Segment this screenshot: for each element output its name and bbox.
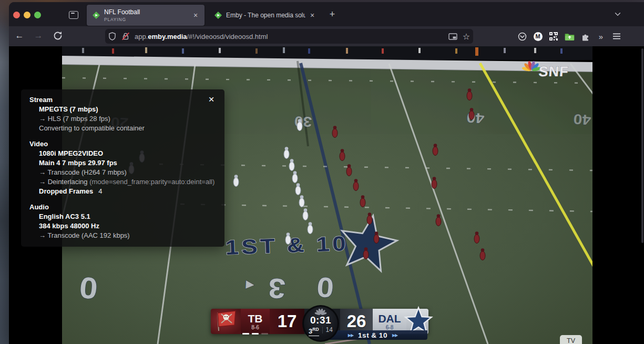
reload-icon bbox=[53, 31, 63, 41]
picture-in-picture-icon[interactable] bbox=[446, 29, 459, 43]
back-button[interactable]: ← bbox=[13, 27, 26, 44]
url-text: app.emby.media/#!/videoosd/videoosd.html bbox=[135, 33, 446, 41]
macos-close-button[interactable] bbox=[13, 12, 20, 18]
playback-stats-panel: × Stream MPEGTS (7 mbps) → HLS (7 mbps 2… bbox=[21, 89, 224, 247]
video-format: 1080i MPEG2VIDEO bbox=[29, 149, 216, 158]
arrow-icon: → bbox=[39, 115, 46, 123]
green-folder-extension-icon[interactable] bbox=[561, 28, 577, 44]
video-profile: Main 4 7 mbps 29.97 fps bbox=[29, 158, 216, 168]
field-direction-arrow: ◄ bbox=[243, 277, 257, 294]
video-deinterlacing: → Deinterlacing (mode=send_frame:parity=… bbox=[29, 177, 216, 187]
extension-m-icon[interactable]: M bbox=[530, 28, 546, 44]
tab-close-icon[interactable]: × bbox=[191, 11, 200, 20]
away-timeouts bbox=[242, 333, 268, 335]
banner-arrows-right: ▶▶ bbox=[392, 333, 397, 338]
emby-icon bbox=[214, 12, 222, 19]
browser-window: NFL Football PLAYING × Emby - The open m… bbox=[9, 2, 644, 344]
firefox-view-glyph bbox=[69, 11, 78, 19]
macos-minimize-button[interactable] bbox=[24, 12, 30, 18]
arrow-icon: → bbox=[39, 168, 46, 176]
audio-transcode: → Transcode (AAC 192 kbps) bbox=[29, 231, 216, 240]
firefox-view-icon[interactable] bbox=[67, 8, 80, 22]
overflow-chevrons-icon[interactable]: » bbox=[593, 28, 609, 44]
tab-close-icon[interactable]: × bbox=[308, 11, 317, 20]
url-domain: emby.media bbox=[148, 33, 187, 41]
page-content: 20 30 40 40 0 ◄ 3 0 1ST & 10 bbox=[9, 46, 644, 344]
scrollbar-thumb[interactable] bbox=[641, 48, 643, 243]
insecure-lock-icon[interactable] bbox=[119, 29, 132, 43]
m-badge: M bbox=[534, 32, 543, 41]
tab-emby[interactable]: Emby - The open media solution × bbox=[209, 5, 321, 26]
emby-icon bbox=[93, 12, 100, 19]
arrow-icon: → bbox=[39, 178, 46, 186]
buccaneers-logo bbox=[211, 309, 241, 334]
banner-arrows-left: ▶▶ bbox=[348, 333, 353, 338]
home-score: 26 bbox=[347, 311, 366, 331]
yard-number-0-left: 0 bbox=[78, 270, 99, 306]
arrow-icon: → bbox=[39, 231, 46, 239]
away-team-record: 8-6 bbox=[251, 325, 259, 330]
url-bar[interactable]: app.emby.media/#!/videoosd/videoosd.html… bbox=[105, 29, 473, 44]
pocket-icon[interactable] bbox=[514, 28, 530, 44]
stream-transcode-target: → HLS (7 mbps 28 fps) bbox=[29, 114, 216, 124]
audio-bitrate: 384 kbps 48000 Hz bbox=[29, 221, 216, 231]
bookmark-star-icon[interactable]: ☆ bbox=[459, 29, 473, 43]
qr-code-extension-icon[interactable] bbox=[546, 28, 561, 44]
down-distance-text: 1st & 10 bbox=[358, 331, 387, 339]
tab-playing-status: PLAYING bbox=[104, 17, 189, 22]
tab-nfl-football[interactable]: NFL Football PLAYING × bbox=[87, 5, 205, 26]
tab-bar: NFL Football PLAYING × Emby - The open m… bbox=[9, 2, 644, 26]
play-clock: 14 bbox=[326, 326, 333, 333]
new-tab-button[interactable]: + bbox=[326, 8, 339, 21]
forward-button[interactable]: → bbox=[32, 27, 45, 44]
audio-track: English AC3 5.1 bbox=[29, 212, 216, 221]
stats-section-audio: Audio bbox=[29, 203, 216, 212]
stats-section-video: Video bbox=[29, 139, 216, 149]
list-all-tabs-button[interactable] bbox=[611, 8, 624, 21]
video-transcode: → Transcode (H264 7 mbps) bbox=[29, 168, 216, 177]
tab-title: Emby - The open media solution bbox=[226, 12, 305, 19]
extensions-puzzle-icon[interactable] bbox=[577, 28, 593, 44]
yard-number-0: 0 bbox=[316, 271, 335, 303]
yard-number-40: 40 bbox=[466, 109, 485, 127]
macos-zoom-button[interactable] bbox=[34, 12, 41, 18]
away-team-abbr: TB bbox=[248, 313, 263, 324]
broadcast-scoreboard: TB 8-6 17 26 DAL 6-8 bbox=[211, 305, 428, 344]
url-prefix: app. bbox=[135, 33, 148, 41]
dropped-frames: Dropped Frames4 bbox=[29, 187, 216, 196]
tv-button[interactable]: TV bbox=[560, 335, 582, 344]
snf-text: SNF bbox=[538, 64, 569, 79]
yard-number-3: 3 bbox=[268, 272, 287, 304]
reload-button[interactable] bbox=[53, 31, 63, 41]
stream-transcode-reason: Converting to compatible container bbox=[29, 124, 216, 133]
yard-number-30: 30 bbox=[294, 113, 312, 130]
away-score: 17 bbox=[278, 311, 297, 331]
close-icon[interactable]: × bbox=[206, 94, 217, 105]
yard-number-40b: 40 bbox=[573, 111, 591, 128]
home-team-record: 6-8 bbox=[386, 325, 393, 330]
chevron-down-icon bbox=[614, 11, 621, 18]
game-clock-bug: 0:31 3RD 14 bbox=[302, 305, 339, 342]
tracking-protection-shield-icon[interactable] bbox=[105, 29, 119, 43]
quarter: 3RD bbox=[309, 327, 319, 336]
game-clock: 0:31 bbox=[310, 315, 331, 326]
stream-container: MPEGTS (7 mbps) bbox=[29, 105, 216, 114]
url-path: /#!/videoosd/videoosd.html bbox=[187, 33, 268, 41]
tab-title: NFL Football bbox=[104, 8, 189, 16]
menu-hamburger-icon[interactable] bbox=[609, 28, 625, 44]
stats-section-stream: Stream bbox=[29, 95, 216, 105]
home-team-abbr: DAL bbox=[378, 313, 401, 324]
